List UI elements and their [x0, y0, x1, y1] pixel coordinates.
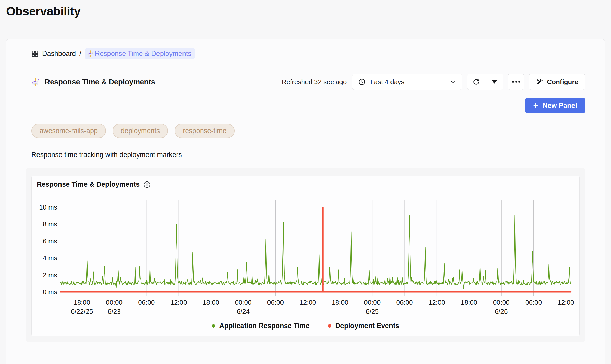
- ellipsis-icon: [512, 81, 520, 83]
- svg-text:12:00: 12:00: [170, 298, 187, 306]
- breadcrumb-current[interactable]: Response Time & Deployments: [85, 48, 195, 59]
- svg-text:6/22/25: 6/22/25: [71, 308, 93, 315]
- refreshed-status: Refreshed 32 sec ago: [282, 78, 347, 86]
- tag[interactable]: awesome-rails-app: [31, 124, 106, 138]
- page-title: Observability: [0, 0, 611, 18]
- svg-text:4 ms: 4 ms: [43, 254, 57, 262]
- carousel-horse-icon: [31, 77, 40, 86]
- svg-text:6/26: 6/26: [495, 308, 508, 315]
- svg-text:0 ms: 0 ms: [43, 288, 57, 296]
- legend-label: Application Response Time: [219, 322, 310, 330]
- legend-application-response-time[interactable]: Application Response Time: [212, 322, 310, 330]
- legend-deployment-events[interactable]: Deployment Events: [328, 322, 399, 330]
- clock-icon: [358, 78, 366, 86]
- new-panel-button[interactable]: + New Panel: [525, 98, 585, 113]
- svg-text:6/23: 6/23: [108, 308, 121, 315]
- chart-canvas[interactable]: 0 ms2 ms4 ms6 ms8 ms10 ms18:006/22/2500:…: [32, 190, 579, 317]
- dashboard-card: Dashboard / Response Time & Deployments: [6, 39, 605, 364]
- info-icon[interactable]: [143, 181, 151, 188]
- svg-text:18:00: 18:00: [461, 298, 477, 306]
- svg-text:2 ms: 2 ms: [43, 271, 57, 279]
- svg-text:18:00: 18:00: [332, 298, 348, 306]
- chevron-down-icon: [450, 79, 457, 85]
- svg-text:12:00: 12:00: [299, 298, 316, 306]
- wrench-icon: [536, 78, 543, 86]
- breadcrumb-separator: /: [79, 50, 81, 58]
- svg-text:8 ms: 8 ms: [43, 220, 57, 228]
- svg-text:06:00: 06:00: [138, 298, 155, 306]
- refresh-split-button: [467, 74, 503, 90]
- svg-text:12:00: 12:00: [557, 298, 574, 306]
- legend-label: Deployment Events: [335, 322, 399, 330]
- svg-text:6/25: 6/25: [366, 308, 379, 315]
- time-range-value: Last 4 days: [370, 78, 404, 86]
- more-options-button[interactable]: [508, 74, 524, 90]
- svg-text:00:00: 00:00: [493, 298, 510, 306]
- svg-text:00:00: 00:00: [106, 298, 123, 306]
- panel-title: Response Time & Deployments: [45, 78, 155, 86]
- svg-text:6 ms: 6 ms: [43, 237, 57, 245]
- svg-text:18:00: 18:00: [74, 298, 90, 306]
- svg-text:6/24: 6/24: [237, 308, 250, 315]
- chart-card: Response Time & Deployments 0 ms2 ms4 ms…: [31, 176, 580, 336]
- response-time-marker-icon: [212, 324, 215, 328]
- svg-text:06:00: 06:00: [267, 298, 284, 306]
- svg-text:12:00: 12:00: [429, 298, 445, 306]
- deployment-marker-icon: [328, 324, 331, 328]
- chart-legend: Application Response Time Deployment Eve…: [32, 322, 579, 330]
- chart-panel: Response Time & Deployments 0 ms2 ms4 ms…: [26, 168, 585, 342]
- svg-text:00:00: 00:00: [235, 298, 251, 306]
- svg-text:10 ms: 10 ms: [39, 203, 57, 211]
- time-range-select[interactable]: Last 4 days: [352, 74, 462, 90]
- dropdown-caret-icon: [492, 80, 497, 84]
- breadcrumb-dashboard-label: Dashboard: [42, 50, 76, 58]
- svg-text:18:00: 18:00: [203, 298, 219, 306]
- breadcrumb-dashboard[interactable]: Dashboard: [31, 50, 76, 58]
- grid-icon: [31, 50, 39, 57]
- carousel-horse-icon: [87, 50, 94, 57]
- svg-text:00:00: 00:00: [364, 298, 381, 306]
- divider: [26, 65, 585, 65]
- svg-text:06:00: 06:00: [525, 298, 542, 306]
- configure-button[interactable]: Configure: [529, 74, 585, 90]
- tag[interactable]: deployments: [113, 124, 168, 138]
- refresh-options-button[interactable]: [485, 74, 503, 90]
- configure-label: Configure: [547, 78, 578, 86]
- tags: awesome-rails-app deployments response-t…: [31, 124, 585, 138]
- chart-title: Response Time & Deployments: [37, 180, 140, 188]
- panel-header: Response Time & Deployments Refreshed 32…: [26, 74, 585, 90]
- refresh-icon: [472, 78, 480, 86]
- plus-icon: +: [533, 101, 538, 110]
- panel-toolbar: Refreshed 32 sec ago Last 4 days: [282, 74, 585, 90]
- tag[interactable]: response-time: [175, 124, 235, 138]
- new-panel-label: New Panel: [543, 102, 577, 110]
- svg-text:06:00: 06:00: [396, 298, 413, 306]
- breadcrumb: Dashboard / Response Time & Deployments: [31, 48, 585, 59]
- breadcrumb-current-label: Response Time & Deployments: [95, 50, 191, 58]
- refresh-button[interactable]: [467, 74, 485, 90]
- panel-description: Response time tracking with deployment m…: [31, 151, 585, 159]
